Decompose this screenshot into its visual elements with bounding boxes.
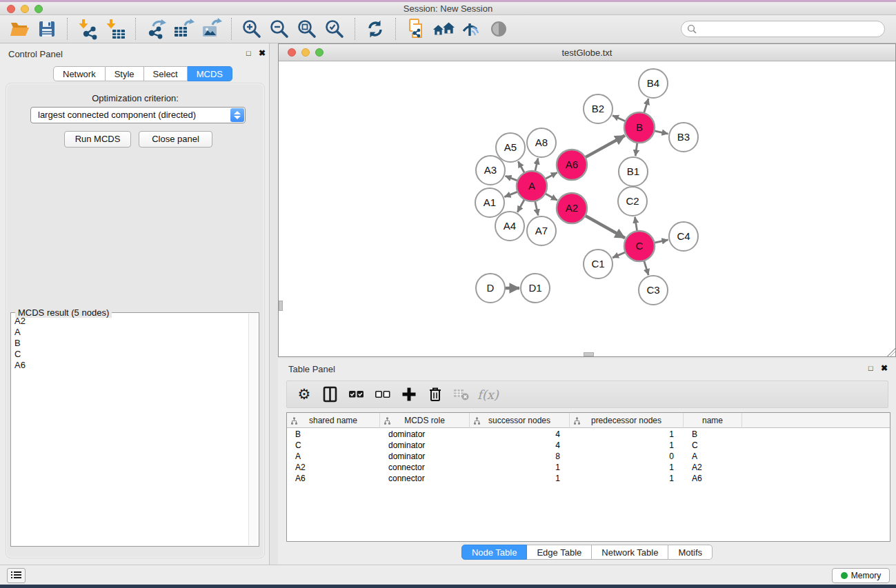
network-canvas[interactable]: B4B2BB3A5A8A6B1A3AC2A1A2A4A7C4CC1C3DD1: [279, 61, 895, 356]
resize-grip-icon[interactable]: [887, 348, 895, 356]
graph-edge-A-A2[interactable]: [544, 193, 557, 201]
graph-edge-A6-B[interactable]: [584, 136, 625, 159]
table-cell[interactable]: 1: [570, 462, 684, 473]
delete-table-icon[interactable]: [451, 384, 472, 405]
table-cell[interactable]: dominator: [380, 429, 470, 440]
tab-motifs[interactable]: Motifs: [668, 545, 713, 560]
network-graph[interactable]: B4B2BB3A5A8A6B1A3AC2A1A2A4A7C4CC1C3DD1: [279, 61, 895, 356]
save-icon[interactable]: [35, 17, 59, 41]
table-cell[interactable]: dominator: [380, 440, 470, 451]
import-network-icon[interactable]: [76, 17, 99, 41]
mcds-result-item[interactable]: C: [12, 349, 248, 360]
graph-edge-B-B2[interactable]: [613, 115, 627, 121]
table-cell[interactable]: 1: [570, 440, 684, 451]
table-cell[interactable]: connector: [380, 473, 470, 484]
graph-edge-A-A6[interactable]: [544, 172, 557, 179]
export-image-icon[interactable]: [199, 17, 223, 41]
add-icon[interactable]: [399, 384, 419, 405]
tab-edge-table[interactable]: Edge Table: [527, 545, 592, 560]
maximize-traffic-light[interactable]: [315, 48, 323, 57]
mcds-result-item[interactable]: A6: [12, 360, 248, 371]
mcds-result-item[interactable]: B: [12, 338, 248, 349]
table-cell[interactable]: 0: [570, 451, 684, 462]
tab-node-table[interactable]: Node Table: [461, 545, 528, 560]
table-cell[interactable]: 4: [470, 429, 570, 440]
table-row[interactable]: A2connector11A2: [287, 462, 890, 473]
table-cell[interactable]: 1: [470, 462, 570, 473]
table-cell[interactable]: 1: [570, 429, 684, 440]
table-cell[interactable]: B: [287, 429, 380, 440]
table-cell[interactable]: 1: [570, 473, 684, 484]
graph-edge-C-C4[interactable]: [653, 240, 668, 243]
mcds-list-scrollbar[interactable]: [248, 314, 258, 545]
table-cell[interactable]: dominator: [380, 451, 470, 462]
table-cell[interactable]: A2: [684, 462, 742, 473]
run-mcds-button[interactable]: Run MCDS: [64, 131, 131, 148]
zoom-selected-icon[interactable]: [323, 17, 346, 41]
graph-edge-A-A7[interactable]: [535, 200, 538, 216]
table-cell[interactable]: 4: [470, 440, 570, 451]
table-row[interactable]: A6connector11A6: [287, 473, 890, 484]
graph-edge-A2-C[interactable]: [584, 215, 625, 238]
close-traffic-light[interactable]: [288, 48, 296, 57]
share-document-icon[interactable]: [404, 17, 428, 41]
canvas-left-scroll-nub[interactable]: [279, 301, 283, 311]
table-cell[interactable]: C: [287, 440, 380, 451]
zoom-fit-icon[interactable]: [295, 17, 319, 41]
mcds-result-list[interactable]: A2ABCA6: [12, 316, 248, 545]
table-row[interactable]: Cdominator41C: [287, 440, 890, 451]
mcds-result-item[interactable]: A: [12, 327, 248, 338]
close-panel-icon[interactable]: ✖: [259, 48, 266, 58]
mcds-result-item[interactable]: A2: [12, 316, 248, 327]
gear-icon[interactable]: ⚙: [294, 384, 315, 405]
graph-edge-C-C3[interactable]: [644, 259, 648, 275]
table-cell[interactable]: 8: [470, 451, 570, 462]
task-history-button[interactable]: [7, 568, 26, 583]
table-cell[interactable]: A6: [287, 473, 380, 484]
close-traffic-light[interactable]: [7, 5, 15, 13]
zoom-in-icon[interactable]: [240, 17, 263, 41]
minimize-traffic-light[interactable]: [301, 48, 310, 57]
table-cell[interactable]: A: [684, 451, 742, 462]
zoom-out-icon[interactable]: [268, 17, 291, 41]
table-cell[interactable]: A: [287, 451, 380, 462]
search-input[interactable]: [681, 21, 885, 37]
table-row[interactable]: Bdominator41B: [287, 429, 890, 440]
table-cell[interactable]: A2: [287, 462, 380, 473]
tab-select[interactable]: Select: [144, 66, 188, 81]
close-panel-button[interactable]: Close panel: [139, 131, 212, 148]
tab-network[interactable]: Network: [53, 66, 106, 81]
graph-edge-C-C1[interactable]: [613, 252, 627, 258]
select-all-icon[interactable]: [346, 384, 367, 405]
column-header-MCDS-role[interactable]: MCDS role: [380, 413, 470, 428]
columns-icon[interactable]: [320, 384, 341, 405]
export-network-icon[interactable]: [144, 17, 168, 41]
table-cell[interactable]: connector: [380, 462, 470, 473]
graph-edge-B-B3[interactable]: [653, 130, 668, 134]
delete-icon[interactable]: [425, 384, 446, 405]
network-window-titlebar[interactable]: testGlobe.txt: [279, 44, 895, 61]
table-cell[interactable]: C: [684, 440, 742, 451]
column-header-successor-nodes[interactable]: successor nodes: [470, 413, 570, 428]
maximize-traffic-light[interactable]: [34, 5, 43, 13]
refresh-icon[interactable]: [364, 17, 387, 41]
float-panel-icon[interactable]: □: [868, 364, 873, 372]
column-header-predecessor-nodes[interactable]: predecessor nodes: [570, 413, 684, 428]
float-panel-icon[interactable]: □: [246, 49, 251, 57]
graph-edge-C-C2[interactable]: [635, 217, 637, 233]
function-builder-icon[interactable]: f(x): [477, 384, 499, 405]
import-table-icon[interactable]: [103, 17, 127, 41]
hide-details-icon[interactable]: [459, 17, 483, 41]
minimize-traffic-light[interactable]: [21, 5, 29, 13]
column-header-shared-name[interactable]: shared name: [287, 413, 380, 428]
export-table-icon[interactable]: [172, 17, 195, 41]
graph-edge-A-A4[interactable]: [517, 199, 525, 212]
graph-edge-A-A1[interactable]: [504, 191, 519, 196]
eye-icon[interactable]: [487, 17, 510, 41]
column-header-name[interactable]: name: [684, 413, 742, 428]
homes-icon[interactable]: [432, 17, 455, 41]
table-cell[interactable]: B: [684, 429, 742, 440]
close-panel-icon[interactable]: ✖: [881, 363, 888, 373]
table-cell[interactable]: A6: [684, 473, 742, 484]
node-attribute-table[interactable]: shared nameMCDS rolesuccessor nodesprede…: [286, 412, 890, 542]
